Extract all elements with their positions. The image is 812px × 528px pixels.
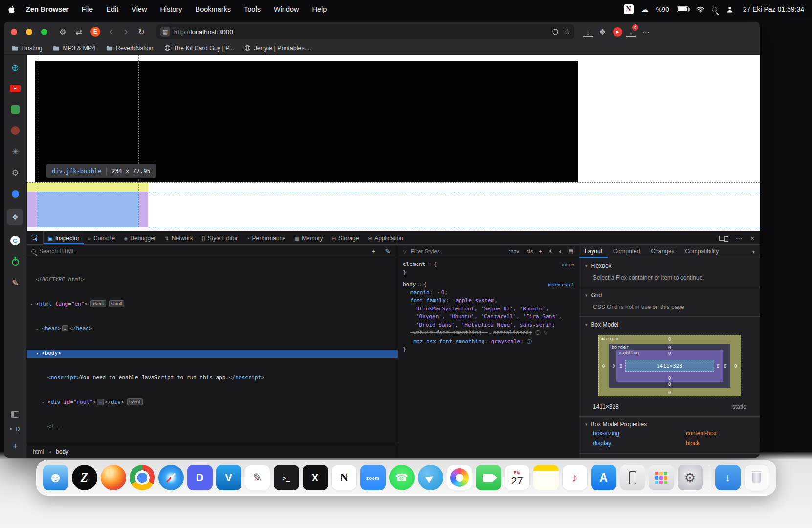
expander-icon[interactable]: ▸	[489, 331, 492, 335]
rule-body-selector[interactable]: body∷{index.css:1	[398, 281, 579, 289]
filter-styles-placeholder[interactable]: Filter Styles	[411, 248, 504, 254]
close-window-button[interactable]	[11, 29, 17, 35]
fullscreen-window-button[interactable]	[41, 29, 47, 35]
dock-photos-icon[interactable]	[447, 465, 472, 490]
tab-debugger[interactable]: ◈Debugger	[119, 231, 160, 244]
dock-notion-icon[interactable]: N	[331, 465, 357, 490]
cloud-icon[interactable]: ☁	[641, 5, 649, 14]
twisty-icon[interactable]: ▾	[36, 350, 42, 358]
tab-console[interactable]: »Console	[84, 231, 119, 244]
print-media-icon[interactable]: ▤	[567, 248, 574, 255]
stylesheet-link[interactable]: index.css:1	[548, 281, 574, 289]
grid-header[interactable]: ▾Grid	[585, 292, 754, 299]
sidebar-asterisk-icon[interactable]: ✳	[9, 146, 21, 157]
dock-system-settings-icon[interactable]: ⚙	[678, 465, 703, 490]
declaration-moz-font-smoothing[interactable]: -moz-osx-font-smoothing: grayscale;ⓘ	[398, 338, 579, 346]
tab-layout[interactable]: Layout	[579, 245, 608, 258]
declaration-font-family[interactable]: font-family: -apple-system,	[398, 297, 579, 305]
toggle-sidebar-icon[interactable]	[11, 411, 19, 418]
sidebar-power-icon[interactable]	[9, 256, 21, 267]
extensions-puzzle-icon[interactable]: ❖	[596, 27, 608, 37]
declaration-webkit-font-smoothing[interactable]: -webkit-font-smoothing: ▸antialiased;ⓘ▽	[398, 329, 579, 338]
declaration-font-family-cont[interactable]: 'Droid Sans', 'Helvetica Neue', sans-ser…	[398, 321, 579, 330]
wifi-icon[interactable]	[696, 6, 704, 13]
inactive-css-hint-icon[interactable]: ⓘ	[527, 338, 532, 346]
inactive-css-hint-icon[interactable]: ⓘ	[535, 329, 540, 338]
add-node-button[interactable]: +	[369, 247, 378, 255]
page-info-icon[interactable]: ▤	[160, 27, 170, 37]
refresh-button[interactable]: ↻	[135, 27, 147, 37]
menu-help[interactable]: Help	[312, 5, 327, 13]
sidebar-green-app-icon[interactable]	[9, 104, 21, 115]
user-switch-icon[interactable]	[726, 6, 734, 13]
dock-terminal-icon[interactable]: >_	[274, 465, 299, 490]
extension-avatar-icon[interactable]: E	[90, 27, 100, 37]
pseudo-class-button[interactable]: :hov	[508, 248, 520, 254]
dock-chrome-icon[interactable]	[130, 465, 155, 490]
node-body-open-selected[interactable]: ▾<body>	[27, 350, 398, 358]
dock-discord-icon[interactable]: D	[187, 465, 213, 490]
eyedropper-icon[interactable]: ✎	[382, 247, 394, 255]
selector-highlighter-icon[interactable]: ∷	[418, 281, 421, 289]
twisty-icon[interactable]: ▸	[42, 399, 47, 407]
add-rule-button[interactable]: +	[538, 248, 543, 254]
settings-gear-icon[interactable]: ⚙	[57, 27, 68, 37]
media-extension-icon[interactable]: ▶	[613, 27, 622, 37]
class-toggle-button[interactable]: .cls	[524, 248, 534, 254]
menu-bookmarks[interactable]: Bookmarks	[196, 5, 231, 13]
dock-launchpad-icon[interactable]	[649, 465, 674, 490]
tab-changes[interactable]: Changes	[645, 245, 680, 258]
tab-computed[interactable]: Computed	[608, 245, 645, 258]
declaration-margin[interactable]: margin: ▸0;	[398, 289, 579, 297]
box-model-properties-header[interactable]: ▾Box Model Properties	[585, 421, 754, 428]
dark-theme-icon[interactable]: ◐	[558, 248, 563, 254]
dock-calendar-icon[interactable]: Eki27	[505, 465, 530, 490]
dock-zoom-icon[interactable]: zoom	[360, 465, 386, 490]
tab-performance[interactable]: ◔Performance	[242, 231, 290, 244]
box-model-header[interactable]: ▾Box Model	[585, 321, 754, 328]
dock-trash-icon[interactable]	[744, 465, 769, 490]
scroll-badge[interactable]: scroll	[109, 300, 124, 307]
menu-history[interactable]: History	[160, 5, 182, 13]
dock-music-icon[interactable]: ♪	[562, 465, 588, 490]
dock-facetime-icon[interactable]	[476, 465, 501, 490]
dock-vscode-icon[interactable]: V	[216, 465, 241, 490]
sync-swap-icon[interactable]: ⇄	[73, 27, 84, 37]
dock-blue-circle-app-icon[interactable]: ▶	[418, 465, 443, 490]
tab-memory[interactable]: ▦Memory	[290, 231, 327, 244]
apple-menu-icon[interactable]	[8, 5, 15, 14]
menubar-clock[interactable]: 27 Eki Paz 01:59:34	[743, 5, 804, 13]
selector-highlighter-icon[interactable]: ∷	[428, 261, 431, 269]
tab-storage[interactable]: ⊟Storage	[327, 231, 363, 244]
notion-menubar-icon[interactable]: N	[624, 4, 634, 14]
bookmark-kit-card-guy[interactable]: The Kit Card Guy | P...	[164, 45, 234, 52]
sidebar-maroon-app-icon[interactable]	[9, 125, 21, 136]
tracking-shield-icon[interactable]	[552, 28, 559, 36]
new-tab-button[interactable]: +	[12, 441, 18, 452]
dock-notes-icon[interactable]	[533, 465, 559, 490]
dock-zen-browser-icon[interactable]: Z	[72, 465, 97, 490]
tab-compatibility[interactable]: Compatibility	[680, 245, 724, 258]
dock-finder-icon[interactable]: ☻	[43, 465, 68, 490]
breadcrumb-html[interactable]: html	[33, 448, 44, 455]
sidebar-google-icon[interactable]: G	[9, 235, 21, 246]
profile-indicator[interactable]: • D	[10, 426, 21, 433]
bookmark-jerryie-printables[interactable]: Jerryie | Printables....	[244, 45, 311, 52]
bookmark-star-icon[interactable]: ☆	[564, 27, 570, 36]
node-html-open[interactable]: ▾<html lang="en">eventscroll	[27, 300, 398, 309]
flexbox-header[interactable]: ▾Flexbox	[585, 263, 754, 269]
node-doctype[interactable]: <!DOCTYPE html>	[27, 276, 398, 284]
event-badge[interactable]: event	[90, 300, 106, 307]
twisty-icon[interactable]: ▸	[36, 325, 42, 333]
overflow-menu-icon[interactable]: ⋯	[639, 27, 652, 37]
tab-inspector[interactable]: ▣Inspector	[44, 231, 84, 244]
node-head[interactable]: ▸<head>…</head>	[27, 325, 398, 333]
pick-element-icon[interactable]	[27, 231, 44, 244]
node-noscript[interactable]: <noscript>You need to enable JavaScript …	[27, 374, 398, 382]
dock-safari-icon[interactable]	[158, 465, 184, 490]
dock-capcut-icon[interactable]: X	[303, 465, 328, 490]
minimize-window-button[interactable]	[26, 29, 32, 35]
tab-application[interactable]: ⊞Application	[363, 231, 408, 244]
all-tabs-menu-icon[interactable]: ▾	[747, 245, 760, 258]
rule-element-selector[interactable]: element∷{inline	[398, 261, 579, 269]
